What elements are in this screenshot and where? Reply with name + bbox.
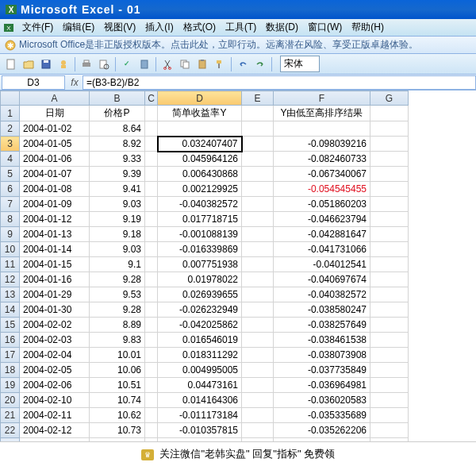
cell[interactable]: 2004-01-08 — [20, 182, 90, 197]
cell[interactable] — [145, 423, 158, 438]
cell[interactable]: 2004-01-06 — [20, 152, 90, 167]
cell[interactable] — [242, 197, 274, 212]
cell[interactable]: -0.082460733 — [274, 152, 370, 167]
row-header[interactable]: 4 — [1, 152, 20, 167]
cell[interactable] — [370, 408, 409, 423]
cell[interactable]: -0.046623794 — [274, 212, 370, 227]
cell[interactable] — [370, 378, 409, 393]
cell[interactable] — [242, 121, 274, 137]
cell[interactable] — [145, 242, 158, 257]
col-header-E[interactable]: E — [242, 91, 274, 106]
cell[interactable]: 0.026939655 — [158, 287, 242, 302]
cell[interactable]: 10.01 — [90, 348, 145, 363]
cell[interactable]: -0.041731066 — [274, 242, 370, 257]
cell[interactable]: 2004-01-07 — [20, 167, 90, 182]
cell[interactable]: 2004-02-05 — [20, 363, 90, 378]
row-header[interactable]: 14 — [1, 302, 20, 318]
cell[interactable] — [145, 182, 158, 197]
cell[interactable]: 9.41 — [90, 182, 145, 197]
cell[interactable] — [370, 423, 409, 438]
row-header[interactable]: 12 — [1, 272, 20, 287]
cell[interactable] — [242, 423, 274, 438]
row-header[interactable]: 8 — [1, 212, 20, 227]
cell[interactable] — [370, 152, 409, 167]
cell[interactable]: 9.19 — [90, 212, 145, 227]
col-header-A[interactable]: A — [20, 91, 90, 106]
cell[interactable]: 2004-02-02 — [20, 318, 90, 333]
cell[interactable] — [370, 302, 409, 318]
select-all-corner[interactable] — [1, 91, 20, 106]
row-header[interactable]: 9 — [1, 227, 20, 242]
cell[interactable]: -0.04012541 — [274, 257, 370, 272]
cell[interactable] — [145, 106, 158, 121]
cell[interactable] — [145, 378, 158, 393]
cell[interactable]: 0.016546019 — [158, 333, 242, 348]
cell[interactable]: -0.067340067 — [274, 167, 370, 182]
cell[interactable] — [370, 363, 409, 378]
row-header[interactable]: 13 — [1, 287, 20, 302]
cell[interactable] — [242, 393, 274, 408]
permission-button[interactable] — [56, 56, 71, 72]
cell[interactable] — [370, 106, 409, 121]
cell[interactable] — [145, 167, 158, 182]
cell[interactable]: 0.004995005 — [158, 363, 242, 378]
redo-button[interactable] — [252, 56, 268, 72]
cell[interactable]: 10.74 — [90, 393, 145, 408]
cell[interactable]: -0.036020583 — [274, 393, 370, 408]
cell[interactable] — [145, 333, 158, 348]
cell[interactable]: 2004-01-30 — [20, 302, 90, 318]
cell[interactable] — [145, 137, 158, 152]
cell[interactable]: 0.01978022 — [158, 272, 242, 287]
cell[interactable] — [145, 152, 158, 167]
cell[interactable]: 2004-02-03 — [20, 333, 90, 348]
print-button[interactable] — [79, 56, 94, 72]
font-selector[interactable]: 宋体 — [280, 56, 320, 72]
cell[interactable] — [242, 318, 274, 333]
cell[interactable] — [158, 121, 242, 137]
cell[interactable]: 价格P — [90, 106, 145, 121]
cell[interactable]: 2004-01-12 — [20, 212, 90, 227]
cell[interactable]: -0.036964981 — [274, 378, 370, 393]
cell[interactable]: 0.002129925 — [158, 182, 242, 197]
cut-button[interactable] — [159, 56, 175, 72]
cell[interactable]: -0.040697674 — [274, 272, 370, 287]
cell[interactable] — [370, 287, 409, 302]
cell[interactable]: Y由低至高排序结果 — [274, 106, 370, 121]
cell[interactable]: -0.038580247 — [274, 302, 370, 318]
cell[interactable] — [370, 121, 409, 137]
cell[interactable]: -0.026232949 — [158, 302, 242, 318]
cell[interactable] — [370, 348, 409, 363]
row-header[interactable]: 16 — [1, 333, 20, 348]
cell[interactable] — [274, 121, 370, 137]
print-preview-button[interactable] — [96, 56, 112, 72]
menu-window[interactable]: 窗口(W) — [303, 19, 347, 36]
cell[interactable]: 2004-01-05 — [20, 137, 90, 152]
cell[interactable] — [242, 302, 274, 318]
cell[interactable]: -0.051860203 — [274, 197, 370, 212]
cell[interactable] — [242, 182, 274, 197]
cell[interactable]: 9.39 — [90, 167, 145, 182]
cell[interactable] — [145, 197, 158, 212]
row-header[interactable]: 20 — [1, 393, 20, 408]
cell[interactable] — [370, 167, 409, 182]
cell[interactable] — [145, 408, 158, 423]
cell[interactable]: 2004-01-29 — [20, 287, 90, 302]
cell[interactable]: -0.042025862 — [158, 318, 242, 333]
row-header[interactable]: 6 — [1, 182, 20, 197]
open-button[interactable] — [21, 56, 36, 72]
menu-insert[interactable]: 插入(I) — [140, 19, 178, 36]
cell[interactable] — [370, 318, 409, 333]
cell[interactable]: 2004-02-04 — [20, 348, 90, 363]
cell[interactable]: 2004-02-10 — [20, 393, 90, 408]
cell[interactable]: 10.06 — [90, 363, 145, 378]
cell[interactable] — [242, 167, 274, 182]
research-button[interactable] — [136, 56, 152, 72]
cell[interactable] — [145, 212, 158, 227]
row-header[interactable]: 21 — [1, 408, 20, 423]
cell[interactable]: 0.04473161 — [158, 378, 242, 393]
cell[interactable] — [145, 393, 158, 408]
cell[interactable] — [242, 257, 274, 272]
cell[interactable] — [370, 257, 409, 272]
cell[interactable]: 9.53 — [90, 287, 145, 302]
cell[interactable]: -0.016339869 — [158, 242, 242, 257]
